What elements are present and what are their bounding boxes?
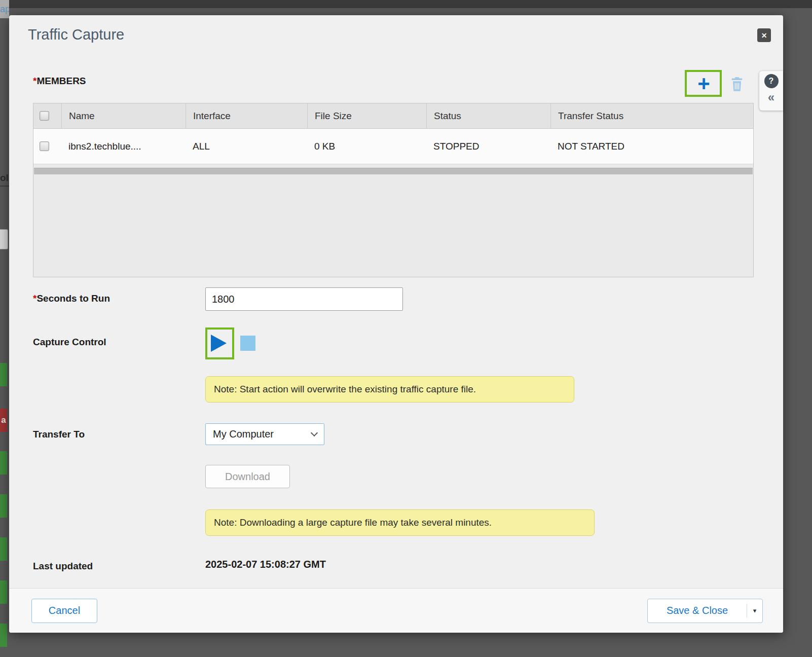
delete-member-button[interactable] <box>730 76 744 92</box>
cell-file-size: 0 KB <box>307 129 426 164</box>
traffic-capture-dialog: Traffic Capture ✕ *MEMBERS + Name Interf… <box>9 15 783 633</box>
trash-icon <box>730 76 744 92</box>
seconds-to-run-label: *Seconds to Run <box>33 293 110 304</box>
cell-transfer-status: NOT STARTED <box>550 129 753 164</box>
background-red-fragment: a <box>0 409 7 432</box>
help-panel-tab: ? « <box>759 71 783 111</box>
help-button[interactable]: ? <box>764 74 779 88</box>
members-label: *MEMBERS <box>33 76 86 87</box>
add-member-button[interactable]: + <box>690 72 718 95</box>
download-note: Note: Downloading a large capture file m… <box>205 509 595 536</box>
help-icon: ? <box>769 77 774 86</box>
members-table: Name Interface File Size Status Transfer… <box>33 103 754 277</box>
background-text-fragment: ap <box>0 0 9 18</box>
header-interface[interactable]: Interface <box>186 103 307 128</box>
cancel-button[interactable]: Cancel <box>31 599 97 623</box>
header-name[interactable]: Name <box>61 103 186 128</box>
close-button[interactable]: ✕ <box>757 28 771 42</box>
seconds-to-run-label-text: Seconds to Run <box>36 293 110 304</box>
background-input-fragment <box>0 229 8 249</box>
members-label-text: MEMBERS <box>36 76 86 86</box>
close-icon: ✕ <box>761 31 767 40</box>
capture-control-label: Capture Control <box>33 337 106 348</box>
last-updated-label: Last updated <box>33 561 93 572</box>
chevron-down-icon <box>311 429 318 436</box>
stop-capture-button[interactable] <box>240 336 255 351</box>
background-green-fragment <box>0 451 7 474</box>
background-green-fragment <box>0 624 7 647</box>
last-updated-value: 2025-02-07 15:08:27 GMT <box>205 559 326 570</box>
transfer-to-value: My Computer <box>213 428 312 440</box>
page-background: ap ol a Traffic Capture ✕ *MEMBERS + <box>0 0 812 657</box>
header-status[interactable]: Status <box>426 103 550 128</box>
transfer-to-select[interactable]: My Computer <box>205 423 324 445</box>
background-top-bar <box>0 0 812 8</box>
select-all-checkbox[interactable] <box>40 111 49 121</box>
start-note: Note: Start action will overwrite the ex… <box>205 376 574 403</box>
horizontal-scrollbar[interactable] <box>34 168 753 174</box>
header-checkbox-cell <box>33 103 61 128</box>
plus-icon: + <box>697 73 710 94</box>
table-row[interactable]: ibns2.techblue.... ALL 0 KB STOPPED NOT … <box>33 129 753 164</box>
download-button[interactable]: Download <box>205 465 290 488</box>
play-icon <box>211 335 227 352</box>
background-green-fragment <box>0 363 7 386</box>
cell-name: ibns2.techblue.... <box>61 129 186 164</box>
transfer-to-label: Transfer To <box>33 429 85 440</box>
cell-interface: ALL <box>186 129 307 164</box>
row-checkbox-cell <box>33 129 61 164</box>
cell-status: STOPPED <box>426 129 550 164</box>
caret-down-icon[interactable]: ▾ <box>747 607 762 614</box>
save-close-button[interactable]: Save & Close ▾ <box>647 599 763 623</box>
background-green-fragment <box>0 494 7 518</box>
row-checkbox[interactable] <box>40 141 49 151</box>
start-capture-button[interactable] <box>211 334 229 352</box>
header-transfer-status[interactable]: Transfer Status <box>550 103 753 128</box>
background-text-fragment: ol <box>0 170 9 187</box>
dialog-title: Traffic Capture <box>28 26 124 43</box>
background-green-fragment <box>0 537 7 561</box>
collapse-panel-button[interactable]: « <box>768 91 774 103</box>
seconds-to-run-input[interactable] <box>205 287 403 311</box>
save-close-label: Save & Close <box>648 605 747 616</box>
background-green-fragment <box>0 580 7 604</box>
table-header-row: Name Interface File Size Status Transfer… <box>33 103 753 129</box>
dialog-footer: Cancel Save & Close ▾ <box>9 588 783 633</box>
header-file-size[interactable]: File Size <box>307 103 426 128</box>
